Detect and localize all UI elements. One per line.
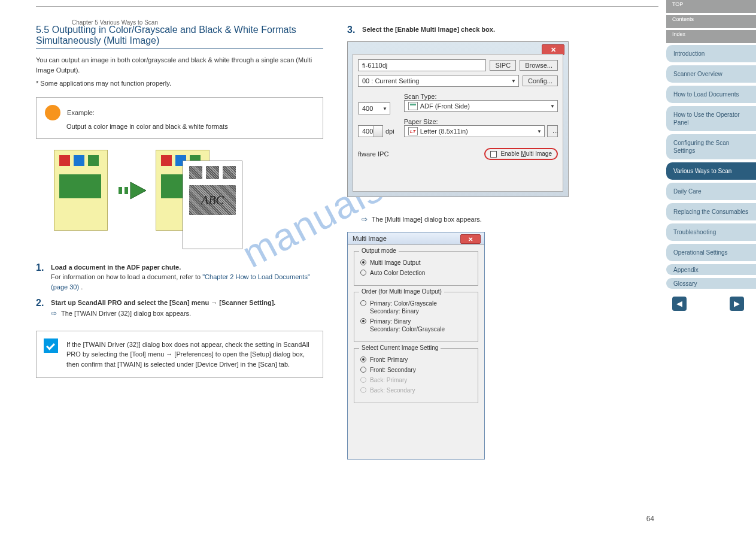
bw-output-icon: ABC [183,161,242,249]
multi-image-dialog-screenshot: Multi Image ✕ Output mode Multi Image Ou… [347,232,485,460]
paper-more-button[interactable]: ... [547,125,558,137]
sidebar-tab-contents[interactable]: Contents [666,15,756,28]
step-number: 2. [36,298,49,309]
radio-label: Primary: BinarySecondary: Color/Grayscal… [370,318,445,333]
note-text: * Some applications may not function pro… [36,78,323,89]
source-doc-icon [54,150,108,231]
radio-multi-image-output[interactable] [360,259,366,265]
next-page-button[interactable]: ▶ [730,297,744,311]
red-square-icon [161,155,172,166]
svg-rect-0 [119,187,122,194]
step-ref-pre: For information on how to load a documen… [51,273,202,280]
svg-rect-1 [125,187,128,194]
hint-box: If the [TWAIN Driver (32)] dialog box do… [36,331,323,379]
step-result-text: The [Multi Image] dialog box appears. [372,216,482,223]
radio-back-secondary [360,387,366,393]
scanner-name-field: fi-6110dj [358,59,486,71]
output-mode-group: Output mode Multi Image Output Auto Colo… [354,251,478,286]
group-title: Order (for Multi Image Output) [359,288,444,295]
radio-label: Back: Secondary [370,386,415,394]
sidebar-item-daily-care[interactable]: Daily Care [666,183,756,200]
resolution-dropdown[interactable]: 400 [358,102,390,114]
setting-dropdown[interactable]: 00 : Current Setting [358,75,519,87]
abc-bar: ABC [189,185,236,215]
paper-size-dropdown[interactable]: LT Letter (8.5x11in) [404,125,545,137]
radio-front-secondary[interactable] [360,367,366,373]
order-group: Order (for Multi Image Output) Primary: … [354,292,478,342]
step-3: 3. Select the [Enable Multi Image] check… [347,25,634,35]
radio-label: Back: Primary [370,376,407,384]
step-ref-post: . [81,283,83,291]
sidebar-item-operational[interactable]: Operational Settings [666,244,756,261]
gray-square-icon [189,166,202,179]
sidebar-item-troubleshooting[interactable]: Troubleshooting [666,223,756,241]
dpi-spinner[interactable]: 400 [358,125,383,137]
radio-primary-binary[interactable] [360,318,366,324]
radio-front-primary[interactable] [360,356,366,362]
config-button[interactable]: Config... [523,75,558,86]
dpi-label: dpi [385,128,394,135]
close-icon[interactable]: ✕ [460,234,481,244]
enable-multi-image-checkbox[interactable] [490,151,497,158]
radio-label: Multi Image Output [370,259,420,267]
scan-type-dropdown[interactable]: ADF (Front Side) [404,100,558,112]
scan-type-value: ADF (Front Side) [420,102,470,110]
step-number: 3. [347,25,360,35]
sidebar-item-various-scan[interactable]: Various Ways to Scan [666,162,756,180]
scan-type-label: Scan Type: [404,93,558,100]
example-box: Example: Output a color image in color a… [36,97,323,139]
group-title: Output mode [359,247,399,254]
radio-primary-color[interactable] [360,300,366,306]
step-result: The [TWAIN Driver (32)] dialog box appea… [61,310,191,317]
sipc-button[interactable]: SIPC [490,60,516,71]
chapter-label: Chapter 5 Various Ways to Scan [72,19,158,26]
gray-square-icon [223,166,236,179]
twain-driver-screenshot: ✕ fi-6110dj SIPC Browse... 00 : Current … [347,41,569,197]
hint-text: If the [TWAIN Driver (32)] dialog box do… [66,341,309,368]
sidebar-tab-index[interactable]: Index [666,30,756,43]
step-text: Start up ScandAll PRO and select the [Sc… [51,299,275,306]
result-arrow-icon: ⇨ [362,215,368,223]
top-rule [36,6,658,7]
group-title: Select Current Image Setting [359,344,441,351]
check-icon [44,338,58,353]
paper-size-value: Letter (8.5x11in) [420,128,468,135]
sidebar-item-scan-settings[interactable]: Configuring the Scan Settings [666,134,756,159]
prev-page-button[interactable]: ◀ [672,297,687,311]
sidebar-item-consumables[interactable]: Replacing the Consumables [666,203,756,220]
sidebar-item-operator-panel[interactable]: How to Use the Operator Panel [666,106,756,131]
letter-icon: LT [408,127,418,135]
intro-text: You can output an image in both color/gr… [36,55,323,75]
sidebar-item-load-documents[interactable]: How to Load Documents [666,86,756,103]
adf-icon [408,102,418,110]
step-number: 1. [36,262,49,273]
red-square-icon [59,155,70,166]
example-label: Example: [67,109,95,116]
dialog-title: Multi Image ✕ [348,232,484,245]
select-current-group: Select Current Image Setting Front: Prim… [354,348,478,403]
radio-label: Primary: Color/GrayscaleSecondary: Binar… [370,300,437,315]
arrow-icon [119,180,148,202]
green-square-icon [88,155,99,166]
radio-label: Front: Secondary [370,366,416,374]
sidebar-tab-top[interactable]: TOP [666,0,756,13]
sidebar-item-introduction[interactable]: Introduction [666,45,756,62]
sidebar-item-glossary[interactable]: Glossary [666,278,756,289]
sidebar-item-appendix[interactable]: Appendix [666,264,756,275]
svg-marker-2 [130,182,146,199]
enable-multi-image-label: Enable Multi Image [500,150,552,157]
blue-square-icon [74,155,84,166]
step-text: Select the [Enable Multi Image] check bo… [362,26,495,33]
radio-label: Auto Color Detection [370,269,425,277]
sidebar-item-overview[interactable]: Scanner Overview [666,65,756,83]
radio-auto-color-detection[interactable] [360,270,366,276]
sidebar: TOP Contents Index Introduction Scanner … [666,0,756,311]
example-desc: Output a color image in color and black … [66,123,314,130]
step-text: Load a document in the ADF paper chute. [51,264,181,271]
section-title: 5.5 Outputting in Color/Grayscale and Bl… [36,25,323,49]
browse-button[interactable]: Browse... [520,60,558,71]
step-3-result: ⇨ The [Multi Image] dialog box appears. [362,215,634,223]
enable-multi-image-highlight: Enable Multi Image [484,148,558,160]
page-number: 64 [646,515,654,523]
gray-square-icon [206,166,219,179]
